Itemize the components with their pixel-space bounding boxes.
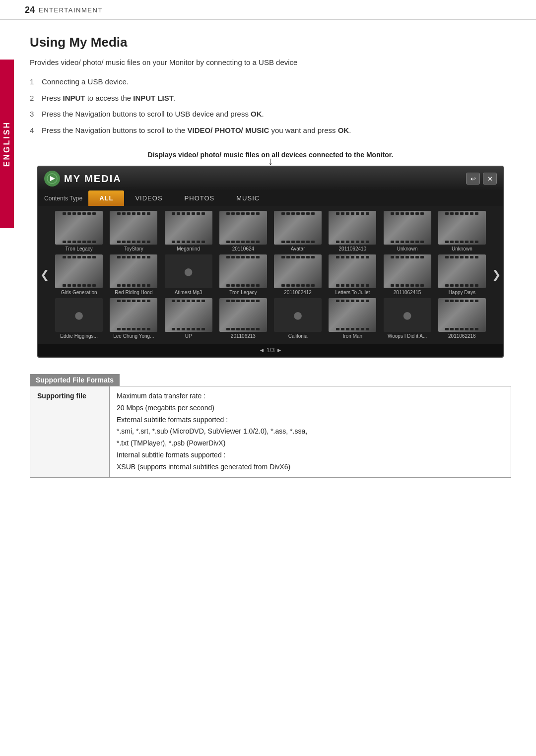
grid-item[interactable]: 2011062415	[382, 254, 433, 295]
side-tab-label: ENGLISH	[2, 121, 11, 167]
tab-photos[interactable]: PHOTOS	[174, 190, 226, 206]
nav-next-button[interactable]: ❯	[492, 268, 501, 281]
contents-type-label: Contents Type	[44, 195, 82, 202]
grid-item[interactable]: Eddie Higgings...	[53, 298, 105, 339]
grid-item[interactable]: 2011062410	[327, 211, 378, 252]
step-4-num: 4	[30, 125, 38, 136]
grid-item[interactable]: Unknown	[436, 211, 488, 252]
step-1-num: 1	[30, 76, 38, 88]
grid-item-label: Avatar	[291, 246, 305, 252]
grid-item-label: Red Riding Hood	[115, 290, 152, 295]
grid-item-label: Unknown	[397, 246, 418, 252]
mymedia-grid: Tron LegacyToyStoryMegamind20110624Avata…	[53, 211, 488, 339]
grid-item[interactable]: Atimest.Mp3	[163, 254, 214, 295]
grid-item[interactable]: Girls Generation	[53, 254, 105, 295]
support-file-line: Internal subtitle formats supported :	[117, 449, 504, 461]
mymedia-footer: ◄ 1/3 ►	[38, 344, 503, 357]
tab-all[interactable]: ALL	[88, 190, 124, 206]
grid-item-label: 20110624	[232, 246, 255, 252]
grid-item-label: UP	[185, 333, 192, 339]
supported-heading: Supported File Formats	[30, 374, 120, 386]
supporting-file-label: Supporting file	[30, 386, 110, 478]
grid-item[interactable]: Happy Days	[436, 254, 488, 295]
grid-item[interactable]: Califonia	[272, 298, 324, 339]
step-1-text: Connecting a USB device.	[42, 76, 129, 88]
grid-item[interactable]: Red Riding Hood	[108, 254, 159, 295]
grid-item-label: Megamind	[177, 246, 200, 252]
grid-item-label: Califonia	[288, 333, 308, 339]
grid-item-label: 201106213	[231, 333, 256, 339]
mymedia-header: MY MEDIA ↩ ✕	[38, 167, 503, 190]
english-side-tab: ENGLISH	[0, 60, 14, 228]
grid-item[interactable]: Megamind	[163, 211, 214, 252]
grid-item-label: Tron Legacy	[229, 290, 257, 295]
grid-item[interactable]: 20110624	[217, 211, 269, 252]
grid-item[interactable]: Avatar	[272, 211, 324, 252]
grid-item[interactable]: 2011062216	[436, 298, 488, 339]
grid-item[interactable]: Lee Chung Yong...	[108, 298, 159, 339]
mymedia-title: MY MEDIA	[64, 173, 122, 185]
grid-item-label: Eddie Higgings...	[60, 333, 98, 339]
mymedia-close-btn[interactable]: ✕	[483, 173, 497, 185]
grid-item-label: 2011062216	[448, 333, 476, 339]
grid-item[interactable]: Unknown	[382, 211, 433, 252]
grid-item-label: 2011062412	[284, 290, 312, 295]
step-3-text: Press the Navigation buttons to scroll t…	[42, 109, 264, 120]
step-4-text: Press the Navigation buttons to scroll t…	[42, 125, 351, 136]
grid-item[interactable]: Tron Legacy	[53, 211, 105, 252]
grid-item-label: Woops I Did it A...	[388, 333, 427, 339]
tab-videos[interactable]: VIDEOS	[124, 190, 173, 206]
support-file-line: *.txt (TMPlayer), *.psb (PowerDivX)	[117, 438, 504, 449]
grid-item[interactable]: Letters To Juliet	[327, 254, 378, 295]
grid-item-label: Unknown	[452, 246, 472, 252]
section-title: ENTERTAINMENT	[39, 6, 103, 14]
mymedia-tabs: Contents Type ALL VIDEOS PHOTOS MUSIC	[38, 190, 503, 206]
grid-item-label: 2011062415	[394, 290, 421, 295]
main-content: Using My Media Provides video/ photo/ mu…	[0, 20, 536, 493]
mymedia-back-btn[interactable]: ↩	[466, 173, 480, 185]
grid-item-label: Lee Chung Yong...	[113, 333, 154, 339]
grid-item[interactable]: Iron Man	[327, 298, 378, 339]
grid-item[interactable]: UP	[163, 298, 214, 339]
grid-item-label: Atimest.Mp3	[175, 290, 202, 295]
grid-item[interactable]: Tron Legacy	[217, 254, 269, 295]
support-file-line: *.smi, *.srt, *.sub (MicroDVD, SubViewer…	[117, 426, 504, 438]
step-3-num: 3	[30, 109, 38, 120]
grid-item[interactable]: 201106213	[217, 298, 269, 339]
supporting-file-content: Maximum data transfer rate :20 Mbps (meg…	[110, 386, 511, 478]
page-number: 24	[25, 5, 35, 15]
mymedia-ui: MY MEDIA ↩ ✕ Contents Type ALL VIDEOS PH…	[37, 166, 504, 358]
support-file-line: 20 Mbps (megabits per second)	[117, 402, 504, 414]
step-3: 3 Press the Navigation buttons to scroll…	[30, 109, 511, 120]
pagination-indicator: ◄ 1/3 ►	[259, 347, 282, 354]
grid-item-label: Girls Generation	[61, 290, 97, 295]
grid-item-label: 2011062410	[339, 246, 367, 252]
supported-formats-section: Supported File Formats Supporting file M…	[30, 374, 511, 478]
page-title: Using My Media	[30, 35, 511, 50]
step-2-text: Press INPUT to access the INPUT LIST.	[42, 93, 176, 104]
grid-item[interactable]: ToyStory	[108, 211, 159, 252]
grid-item-label: Happy Days	[449, 290, 475, 295]
grid-item[interactable]: Woops I Did it A...	[382, 298, 433, 339]
intro-text: Provides video/ photo/ music files on yo…	[30, 58, 511, 66]
step-2-num: 2	[30, 93, 38, 104]
mymedia-header-controls: ↩ ✕	[466, 173, 497, 185]
support-file-line: Maximum data transfer rate :	[117, 390, 504, 402]
table-row: Supporting file Maximum data transfer ra…	[30, 386, 511, 478]
supported-table: Supporting file Maximum data transfer ra…	[30, 386, 511, 478]
step-4: 4 Press the Navigation buttons to scroll…	[30, 125, 511, 136]
step-2: 2 Press INPUT to access the INPUT LIST.	[30, 93, 511, 104]
steps-list: 1 Connecting a USB device. 2 Press INPUT…	[30, 76, 511, 136]
grid-item-label: Letters To Juliet	[335, 290, 370, 295]
grid-item-label: ToyStory	[124, 246, 143, 252]
grid-item-label: Iron Man	[343, 333, 362, 339]
step-1: 1 Connecting a USB device.	[30, 76, 511, 88]
mymedia-logo-icon	[44, 171, 60, 187]
support-file-line: XSUB (supports internal subtitles genera…	[117, 461, 504, 473]
nav-prev-button[interactable]: ❮	[40, 268, 49, 281]
mymedia-grid-wrapper: ❮ Tron LegacyToyStoryMegamind20110624Ava…	[38, 206, 503, 344]
support-file-line: External subtitle formats supported :	[117, 414, 504, 426]
tab-music[interactable]: MUSIC	[225, 190, 270, 206]
screenshot-section: Displays video/ photo/ music files on al…	[30, 151, 511, 359]
grid-item[interactable]: 2011062412	[272, 254, 324, 295]
